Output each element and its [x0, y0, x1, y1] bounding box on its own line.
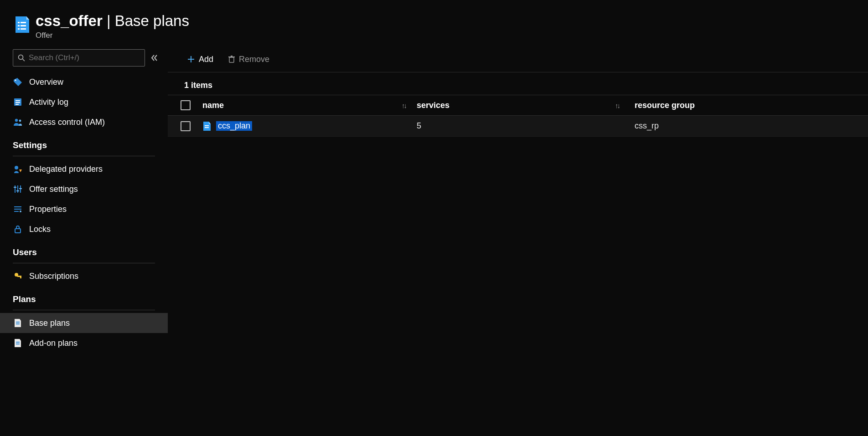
select-all-checkbox[interactable]: [181, 100, 191, 110]
resource-name: css_offer: [36, 12, 103, 29]
svg-rect-23: [14, 209, 21, 210]
chevron-double-left-icon: [150, 54, 158, 62]
svg-rect-24: [14, 211, 19, 212]
cell-services: 5: [417, 121, 630, 131]
add-button[interactable]: Add: [181, 51, 219, 67]
svg-rect-33: [16, 344, 20, 344]
sidebar-section-users: Users: [0, 239, 168, 260]
svg-rect-39: [205, 125, 209, 126]
svg-rect-5: [21, 28, 26, 30]
plan-link[interactable]: ccs_plan: [202, 121, 252, 131]
blade-title: Base plans: [115, 12, 189, 29]
sidebar-search[interactable]: [13, 49, 145, 67]
tag-icon: [13, 77, 23, 87]
blade-header: css_offer | Base plans Offer: [0, 0, 868, 46]
sidebar-item-properties[interactable]: Properties: [0, 199, 168, 219]
svg-rect-26: [15, 229, 21, 233]
sidebar-item-label: Overview: [29, 77, 63, 87]
svg-rect-21: [19, 188, 22, 189]
sort-icon: ↑↓: [402, 102, 406, 109]
sidebar-section-settings: Settings: [0, 132, 168, 153]
remove-button[interactable]: Remove: [222, 51, 275, 67]
svg-rect-20: [16, 190, 19, 191]
sidebar-item-label: Subscriptions: [29, 272, 78, 281]
svg-line-7: [23, 59, 25, 62]
table-header: name ↑↓ services ↑↓ resource group: [168, 95, 868, 116]
svg-rect-1: [21, 22, 26, 23]
svg-rect-11: [16, 102, 20, 103]
resource-type: Offer: [36, 31, 189, 40]
divider: [13, 156, 155, 156]
sort-icon: ↑↓: [615, 102, 619, 109]
svg-rect-19: [14, 187, 16, 188]
svg-rect-38: [231, 56, 232, 56]
column-header-resource-group[interactable]: resource group: [630, 101, 868, 110]
sidebar-item-label: Base plans: [29, 318, 70, 328]
collapse-sidebar-button[interactable]: [145, 49, 163, 67]
svg-rect-36: [229, 57, 234, 62]
key-icon: [13, 271, 23, 281]
column-label: name: [202, 101, 224, 110]
sidebar-item-label: Activity log: [29, 97, 68, 107]
add-button-label: Add: [199, 55, 213, 64]
sidebar-item-label: Add-on plans: [29, 339, 78, 348]
divider: [13, 310, 155, 310]
svg-rect-16: [15, 185, 16, 193]
trash-icon: [228, 55, 235, 63]
svg-rect-28: [17, 276, 21, 277]
lock-icon: [13, 224, 23, 234]
svg-rect-17: [17, 185, 18, 193]
sidebar-item-locks[interactable]: Locks: [0, 219, 168, 239]
svg-rect-40: [205, 127, 209, 128]
sidebar-item-access-control[interactable]: Access control (IAM): [0, 112, 168, 132]
sidebar-item-label: Access control (IAM): [29, 118, 105, 127]
command-bar: Add Remove: [168, 49, 868, 69]
sidebar-item-delegated-providers[interactable]: Delegated providers: [0, 159, 168, 179]
remove-button-label: Remove: [239, 55, 269, 64]
sidebar: Overview Activity log Access con: [0, 46, 168, 436]
svg-rect-31: [16, 323, 20, 324]
plan-icon: [202, 121, 212, 131]
properties-icon: [13, 204, 23, 214]
document-icon: [13, 338, 23, 348]
plan-name: ccs_plan: [216, 121, 252, 131]
svg-point-6: [19, 55, 23, 60]
search-icon: [18, 54, 25, 62]
column-header-services[interactable]: services ↑↓: [417, 101, 630, 110]
plans-table: name ↑↓ services ↑↓ resource group: [168, 95, 868, 137]
divider: [13, 263, 155, 263]
sidebar-item-addon-plans[interactable]: Add-on plans: [0, 333, 168, 353]
svg-rect-10: [16, 100, 20, 101]
row-checkbox[interactable]: [181, 121, 191, 131]
sidebar-item-overview[interactable]: Overview: [0, 72, 168, 92]
column-label: resource group: [635, 101, 695, 110]
svg-rect-12: [16, 104, 19, 105]
svg-rect-2: [18, 25, 20, 26]
sidebar-item-label: Offer settings: [29, 185, 78, 194]
plus-icon: [187, 55, 195, 63]
offer-icon: [14, 15, 30, 34]
svg-point-8: [15, 80, 16, 81]
cell-resource-group: css_rp: [630, 121, 868, 131]
svg-rect-22: [14, 206, 21, 207]
svg-rect-3: [21, 25, 26, 26]
main-content: Add Remove 1 items: [168, 46, 868, 436]
search-input[interactable]: [29, 53, 140, 62]
items-count: 1 items: [168, 72, 868, 95]
sidebar-item-label: Locks: [29, 225, 51, 234]
svg-point-14: [19, 120, 21, 122]
sidebar-item-subscriptions[interactable]: Subscriptions: [0, 266, 168, 286]
table-row[interactable]: ccs_plan 5 css_rp: [168, 116, 868, 137]
svg-rect-30: [16, 322, 20, 323]
sidebar-item-base-plans[interactable]: Base plans: [0, 313, 168, 333]
sidebar-item-offer-settings[interactable]: Offer settings: [0, 179, 168, 199]
column-header-name[interactable]: name ↑↓: [198, 101, 417, 110]
document-icon: [13, 318, 23, 328]
delegated-icon: [13, 164, 23, 174]
log-icon: [13, 97, 23, 107]
sidebar-section-plans: Plans: [0, 286, 168, 307]
sidebar-item-activity-log[interactable]: Activity log: [0, 92, 168, 112]
sidebar-item-label: Delegated providers: [29, 164, 103, 174]
svg-rect-29: [20, 277, 21, 278]
people-icon: [13, 117, 23, 127]
